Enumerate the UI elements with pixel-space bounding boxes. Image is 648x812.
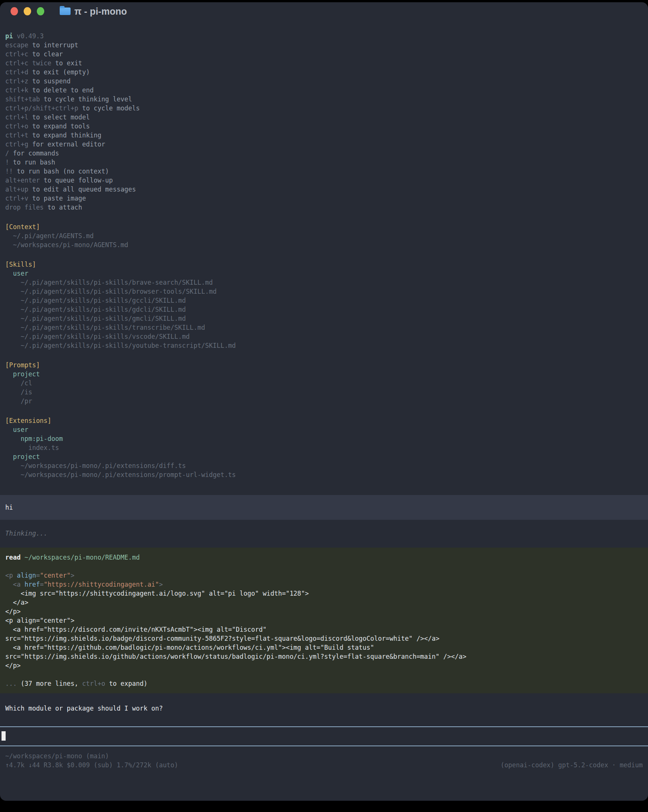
code-line: </a> (0, 598, 648, 607)
skill-row: ~/.pi/agent/skills/pi-skills/gmcli/SKILL… (0, 314, 648, 323)
shortcut-row: ctrl+k to delete to end (0, 85, 648, 95)
skill-row: ~/.pi/agent/skills/pi-skills/youtube-tra… (0, 341, 648, 350)
shortcut-row: ctrl+c to clear (0, 50, 648, 59)
shortcut-row: ctrl+p/shift+ctrl+p to cycle models (0, 104, 648, 113)
code-line: <a href="https://shittycodingagent.ai"> (0, 580, 648, 589)
prompt-input[interactable] (0, 727, 648, 746)
extension-row: ~/workspaces/pi-mono/.pi/extensions/diff… (0, 461, 648, 470)
app-version: v0.49.3 (17, 32, 44, 40)
user-message: hi (0, 495, 648, 520)
prompt-row: /cl (0, 379, 648, 388)
status-line2: ↑4.7k ↓44 R3.8k $0.009 (sub) 1.7%/272k (… (0, 760, 648, 769)
shortcut-row: / for commands (0, 149, 648, 158)
minimize-button[interactable] (24, 7, 31, 15)
window-title: π - pi-mono (74, 6, 127, 17)
skill-row: ~/.pi/agent/skills/pi-skills/transcribe/… (0, 323, 648, 332)
skill-row: ~/.pi/agent/skills/pi-skills/gdcli/SKILL… (0, 305, 648, 314)
code-line: src="https://img.shields.io/badge/discor… (0, 634, 648, 643)
prompt-row: /pr (0, 397, 648, 406)
shortcut-row: ctrl+o to expand tools (0, 122, 648, 131)
skill-row: user (0, 269, 648, 278)
app-name: pi (5, 32, 13, 40)
context-path: ~/.pi/agent/AGENTS.md (0, 231, 648, 240)
status-cwd: ~/workspaces/pi-mono (main) (0, 751, 648, 760)
prompt-row: /is (0, 388, 648, 397)
extension-row: ~/workspaces/pi-mono/.pi/extensions/prom… (0, 470, 648, 479)
shortcut-row: ctrl+g for external editor (0, 140, 648, 149)
thinking-indicator: Thinking... (0, 529, 648, 538)
context-section-header: [Context] (0, 222, 648, 231)
shortcut-row: ctrl+c twice to exit (0, 59, 648, 68)
skill-row: ~/.pi/agent/skills/pi-skills/gccli/SKILL… (0, 296, 648, 305)
shortcuts-list: escape to interruptctrl+c to clearctrl+c… (0, 41, 648, 212)
shortcut-row: drop files to attach (0, 203, 648, 212)
extension-row: npm:pi-doom (0, 434, 648, 443)
skills-list: user~/.pi/agent/skills/pi-skills/brave-s… (0, 269, 648, 350)
text-cursor (2, 731, 6, 741)
code-line: </p> (0, 607, 648, 616)
shortcut-row: alt+up to edit all queued messages (0, 185, 648, 194)
shortcut-row: ctrl+z to suspend (0, 76, 648, 85)
tool-call-header: read ~/workspaces/pi-mono/README.md (0, 553, 648, 562)
extension-row: project (0, 452, 648, 461)
tool-call-block: read ~/workspaces/pi-mono/README.md <p a… (0, 548, 648, 693)
tool-name: read (5, 554, 21, 561)
shortcut-row: ctrl+l to select model (0, 113, 648, 122)
close-button[interactable] (11, 7, 18, 15)
terminal-content: pi v0.49.3 escape to interruptctrl+c to … (0, 20, 648, 769)
shortcut-row: ctrl+v to paste image (0, 194, 648, 203)
skill-row: ~/.pi/agent/skills/pi-skills/brave-searc… (0, 278, 648, 287)
code-line: <a href="https://discord.com/invite/nKXT… (0, 625, 648, 634)
skill-row: ~/.pi/agent/skills/pi-skills/vscode/SKIL… (0, 332, 648, 341)
extension-row: user (0, 425, 648, 434)
prompts-list: project/cl/is/pr (0, 369, 648, 406)
shortcut-row: ! to run bash (0, 158, 648, 167)
shortcut-row: !! to run bash (no context) (0, 167, 648, 176)
code-line: <img src="https://shittycodingagent.ai/l… (0, 589, 648, 598)
skills-section-header: [Skills] (0, 260, 648, 269)
skill-row: ~/.pi/agent/skills/pi-skills/browser-too… (0, 287, 648, 296)
zoom-button[interactable] (37, 7, 44, 15)
shortcut-row: ctrl+t to expand thinking (0, 131, 648, 140)
shortcut-row: shift+tab to cycle thinking level (0, 95, 648, 104)
app-version-line: pi v0.49.3 (0, 32, 648, 41)
extensions-list: usernpm:pi-doomindex.tsproject~/workspac… (0, 425, 648, 479)
assistant-message: Which module or package should I work on… (0, 704, 648, 713)
folder-icon (60, 8, 70, 15)
code-line: ... (37 more lines, ctrl+o to expand) (0, 679, 648, 688)
titlebar[interactable]: π - pi-mono (0, 2, 648, 20)
tool-arg-path: ~/workspaces/pi-mono/README.md (24, 554, 140, 561)
extensions-section-header: [Extensions] (0, 416, 648, 425)
code-line (0, 670, 648, 679)
code-line: src="https://img.shields.io/github/actio… (0, 652, 648, 661)
code-line: <a href="https://github.com/badlogic/pi-… (0, 643, 648, 652)
extension-row: index.ts (0, 443, 648, 452)
shortcut-row: ctrl+d to exit (empty) (0, 68, 648, 76)
tool-output-code: <p align="center"> <a href="https://shit… (0, 571, 648, 688)
status-token-stats: ↑4.7k ↓44 R3.8k $0.009 (sub) 1.7%/272k (… (5, 760, 178, 769)
context-path: ~/workspaces/pi-mono/AGENTS.md (0, 240, 648, 249)
code-line: <p align="center"> (0, 571, 648, 580)
code-line: </p> (0, 661, 648, 670)
shortcut-row: alt+enter to queue follow-up (0, 176, 648, 185)
prompts-section-header: [Prompts] (0, 360, 648, 369)
status-bar: ~/workspaces/pi-mono (main) ↑4.7k ↓44 R3… (0, 751, 648, 769)
prompt-row: project (0, 369, 648, 379)
context-list: ~/.pi/agent/AGENTS.md~/workspaces/pi-mon… (0, 231, 648, 249)
terminal-window: π - pi-mono pi v0.49.3 escape to interru… (0, 2, 648, 801)
status-model-info: (openai-codex) gpt-5.2-codex · medium (500, 760, 643, 769)
shortcut-row: escape to interrupt (0, 41, 648, 50)
code-line: <p align="center"> (0, 616, 648, 625)
